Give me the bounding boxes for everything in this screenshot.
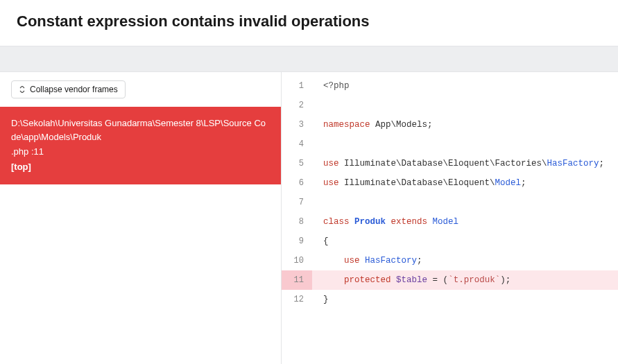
collapse-label: Collapse vendor frames <box>30 85 118 94</box>
code-content: { <box>312 232 618 251</box>
collapse-row: Collapse vendor frames <box>0 72 281 107</box>
stack-frames-panel: Collapse vendor frames D:\Sekolah\Univer… <box>0 72 282 364</box>
code-content: use HasFactory; <box>312 251 618 270</box>
code-content: class Produk extends Model <box>312 212 618 232</box>
line-number: 2 <box>282 96 312 115</box>
error-header: Constant expression contains invalid ope… <box>0 0 618 46</box>
line-number: 3 <box>282 115 312 135</box>
line-number: 12 <box>282 290 312 309</box>
line-number: 4 <box>282 135 312 154</box>
code-line: 8class Produk extends Model <box>282 212 618 232</box>
frame-scope: [top] <box>11 160 270 174</box>
code-line: 10 use HasFactory; <box>282 251 618 270</box>
code-content: namespace App\Models; <box>312 115 618 135</box>
line-number: 11 <box>282 270 312 290</box>
frame-path: D:\Sekolah\Universitas Gunadarma\Semeste… <box>11 116 270 144</box>
line-number: 10 <box>282 251 312 270</box>
collapse-icon <box>19 86 26 93</box>
code-line: 2 <box>282 96 618 115</box>
code-line: 11 protected $table = (`t.produk`); <box>282 270 618 290</box>
line-number: 6 <box>282 173 312 193</box>
toolbar-band <box>0 46 618 72</box>
line-number: 7 <box>282 193 312 212</box>
code-viewer: 1<?php23namespace App\Models;45use Illum… <box>282 72 618 364</box>
line-number: 8 <box>282 212 312 232</box>
line-number: 1 <box>282 76 312 96</box>
error-title: Constant expression contains invalid ope… <box>17 12 601 31</box>
main-panels: Collapse vendor frames D:\Sekolah\Univer… <box>0 72 618 364</box>
code-line: 1<?php <box>282 76 618 96</box>
collapse-vendor-frames-button[interactable]: Collapse vendor frames <box>11 80 126 98</box>
code-content: protected $table = (`t.produk`); <box>312 270 618 290</box>
code-content: use Illuminate\Database\Eloquent\Model; <box>312 173 618 193</box>
line-number: 9 <box>282 232 312 251</box>
code-line: 7 <box>282 193 618 212</box>
code-line: 3namespace App\Models; <box>282 115 618 135</box>
line-number: 5 <box>282 154 312 173</box>
code-content: use Illuminate\Database\Eloquent\Factori… <box>312 154 618 173</box>
code-content: } <box>312 290 618 309</box>
frame-ext-line: .php :11 <box>11 145 270 159</box>
active-stack-frame[interactable]: D:\Sekolah\Universitas Gunadarma\Semeste… <box>0 107 281 184</box>
code-line: 9{ <box>282 232 618 251</box>
code-line: 5use Illuminate\Database\Eloquent\Factor… <box>282 154 618 173</box>
code-line: 4 <box>282 135 618 154</box>
code-line: 12} <box>282 290 618 309</box>
code-line: 6use Illuminate\Database\Eloquent\Model; <box>282 173 618 193</box>
code-content: <?php <box>312 76 618 96</box>
